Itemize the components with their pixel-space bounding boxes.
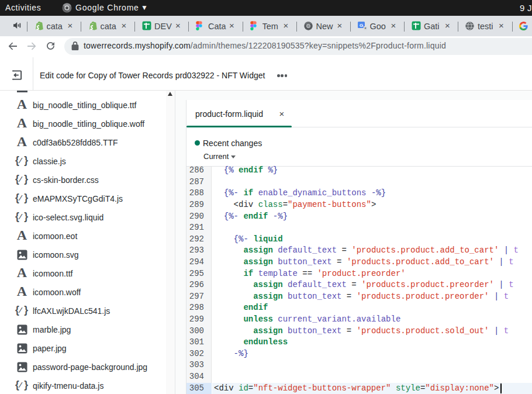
svg-text:★: ★ <box>364 26 367 30</box>
svg-text:G: G <box>359 23 362 28</box>
